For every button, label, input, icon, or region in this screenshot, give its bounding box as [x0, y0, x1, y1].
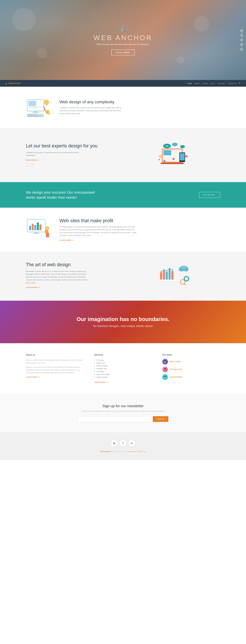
svg-rect-63	[163, 270, 165, 280]
svg-text:$: $	[46, 227, 47, 229]
svg-rect-6	[32, 112, 39, 113]
art-learn-more[interactable]: LEARN MORE >>	[26, 286, 40, 288]
nav-item-blog[interactable]: BLOG	[211, 82, 215, 84]
svg-rect-8	[46, 104, 47, 106]
hero-cta-button[interactable]: CLICK HERE!	[111, 50, 135, 55]
pinterest-social-icon[interactable]: P	[240, 43, 243, 46]
svg-rect-51	[34, 232, 38, 233]
facebook-social-icon[interactable]: f	[240, 38, 243, 42]
svg-rect-46	[29, 226, 31, 230]
svg-line-73	[184, 284, 186, 285]
nav-logo-text: WEBANCHOR	[9, 82, 21, 84]
nav-item-home[interactable]: HOME	[187, 82, 192, 84]
svg-rect-52	[33, 233, 39, 234]
team-avatar-2: 👩	[162, 366, 168, 372]
googleplus-social-icon[interactable]: G+	[240, 29, 243, 32]
privacy-policy-link[interactable]: Privacy policy	[128, 451, 137, 452]
art-title: The art of web design	[26, 262, 119, 268]
service-item-storytelling: Storytelling	[94, 370, 152, 373]
svg-rect-3	[29, 106, 43, 107]
hero-title: WEB ANCHOR	[94, 34, 152, 42]
newsletter-email-input[interactable]	[78, 416, 153, 422]
svg-rect-26	[172, 152, 178, 152]
nav-item-contacts[interactable]: CONTACTS	[228, 82, 236, 84]
footer-about: About us If you are skilled enough, have…	[26, 354, 84, 383]
search-icon[interactable]: 🔍	[239, 82, 241, 84]
svg-rect-15	[33, 114, 34, 115]
webdesign-title: Web design of any complexity	[59, 100, 124, 104]
svg-rect-24	[163, 150, 171, 155]
svg-point-7	[44, 100, 49, 105]
footer-services-learn-more[interactable]: LEARN MORE >>	[94, 382, 108, 383]
svg-rect-64	[166, 272, 168, 280]
newsletter-title: Sign up for our newsletter	[52, 404, 194, 408]
twitter-social-icon[interactable]: 𝕏	[240, 34, 243, 37]
svg-point-41	[172, 158, 175, 160]
footer-about-learn-more[interactable]: LEARN MORE >>	[26, 376, 40, 378]
svg-rect-49	[37, 222, 39, 230]
imagination-subtitle: No standard designs, only unique artisti…	[93, 324, 153, 328]
footer-about-p1: If you are skilled enough, have enough t…	[26, 359, 84, 364]
webdesign-illustration	[26, 97, 52, 118]
newsletter-description: Email us with any questions or inquiries…	[52, 410, 194, 412]
svg-point-34	[166, 146, 167, 146]
svg-rect-50	[39, 224, 41, 230]
newsletter-form: SIGN UP	[78, 416, 168, 422]
profit-row: $ $ Web sites that make profit A website…	[26, 218, 220, 241]
profit-learn-more[interactable]: LEARN MORE >>	[59, 240, 74, 241]
section-webdesign: Web design of any complexity A website i…	[0, 87, 246, 128]
footer-about-p2: However, to save your time and effort, t…	[26, 366, 84, 374]
feature-text: Web design of any complexity A website i…	[59, 100, 124, 115]
services-list: UX Design Mobile Apps Interface Design W…	[94, 359, 152, 379]
feature-row: Web design of any complexity A website i…	[26, 97, 220, 118]
avatar-image-2: 👩	[162, 366, 168, 372]
newsletter-section: Sign up for our newsletter Email us with…	[0, 394, 246, 432]
see-below-button[interactable]: SEE BELOW...	[199, 192, 220, 198]
footer-about-title: About us	[26, 354, 84, 356]
experts-title: Let our best experts design for you	[26, 143, 119, 148]
team-name-3: JOHAN FERRO	[170, 376, 182, 378]
svg-rect-2	[29, 101, 36, 106]
nav-item-pages[interactable]: PAGES	[203, 82, 208, 84]
service-item-responsive: Responsive Design	[94, 373, 152, 376]
nav-item-gallery[interactable]: GALLERY	[218, 82, 225, 84]
nav-links: HOME ABOUT PAGES BLOG GALLERY CONTACTS	[187, 82, 236, 84]
footer-googleplus-icon[interactable]: G+	[129, 440, 135, 447]
svg-point-42	[163, 160, 166, 162]
hero-subtitle: When the best and the most expensive are…	[97, 43, 149, 46]
experts-read-more[interactable]: READ MORE >>	[26, 159, 39, 161]
svg-rect-16	[34, 114, 35, 115]
svg-rect-29	[180, 153, 185, 160]
avatar-image-1: 👩	[162, 359, 168, 364]
svg-rect-17	[36, 114, 37, 115]
imagination-title: Our imagination has no boundaries.	[76, 316, 170, 322]
svg-point-21	[47, 112, 50, 114]
svg-text:★: ★	[160, 156, 162, 157]
svg-rect-48	[34, 225, 36, 230]
avatar-image-3: 👨	[162, 374, 168, 380]
linkedin-social-icon[interactable]: in	[240, 48, 243, 51]
svg-point-32	[172, 143, 178, 146]
footer-facebook-icon[interactable]: f	[120, 440, 127, 447]
terms-of-use-link[interactable]: Terms of use	[138, 451, 146, 452]
nav-item-about[interactable]: ABOUT	[195, 82, 200, 84]
svg-point-36	[168, 146, 168, 146]
svg-rect-65	[169, 269, 171, 280]
nav-logo[interactable]: ⚓ WEBANCHOR	[5, 82, 21, 84]
team-member-1: 👩 DINA STORM	[162, 359, 220, 364]
footer-columns: About us If you are skilled enough, have…	[0, 343, 246, 394]
footer-services: Services UX Design Mobile Apps Interface…	[94, 354, 152, 383]
team-member-3: 👨 JOHAN FERRO	[162, 374, 220, 380]
svg-rect-58	[47, 232, 48, 234]
svg-rect-62	[160, 272, 162, 280]
art-row: The art of web design Web design is perf…	[26, 262, 220, 290]
svg-point-75	[163, 269, 164, 270]
prev-arrow-button[interactable]: <	[26, 163, 30, 167]
footer-services-title: Services	[94, 354, 152, 356]
svg-point-43	[158, 159, 160, 160]
next-arrow-button[interactable]: >	[31, 163, 34, 167]
newsletter-signup-button[interactable]: SIGN UP	[153, 416, 168, 422]
footer-twitter-icon[interactable]: 🐦	[111, 440, 118, 447]
service-item-mobile: Mobile Apps	[94, 362, 152, 364]
svg-point-76	[166, 270, 167, 271]
